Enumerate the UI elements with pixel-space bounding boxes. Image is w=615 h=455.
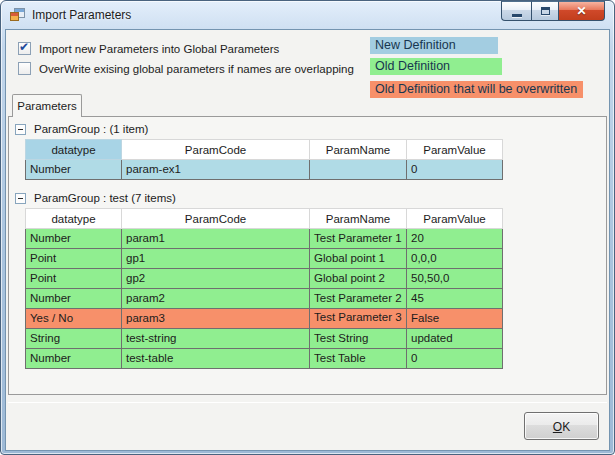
cell-paramname: Global point 2 bbox=[310, 269, 407, 289]
table-row[interactable]: Number param-ex1 0 bbox=[26, 160, 503, 180]
cell-paramvalue: 45 bbox=[407, 289, 503, 309]
collapse-icon[interactable] bbox=[15, 193, 26, 204]
checkbox-icon bbox=[18, 42, 31, 55]
cell-datatype: String bbox=[26, 329, 122, 349]
window-title: Import Parameters bbox=[32, 8, 131, 22]
collapse-icon[interactable] bbox=[15, 124, 26, 135]
cell-paramname: Test String bbox=[310, 329, 407, 349]
column-header-paramname[interactable]: ParamName bbox=[310, 209, 407, 229]
header-row: datatype ParamCode ParamName ParamValue bbox=[26, 140, 503, 160]
app-icon bbox=[10, 8, 25, 22]
group-title: ParamGroup : test (7 items) bbox=[34, 192, 176, 204]
parameters-tab-panel: ParamGroup : (1 item) datatype ParamCode… bbox=[8, 116, 607, 395]
dialog-client-area: Import new Parameters into Global Parame… bbox=[5, 29, 610, 451]
minimize-icon bbox=[512, 14, 522, 17]
ok-button[interactable]: OK bbox=[524, 412, 599, 440]
param-group-header-2: ParamGroup : test (7 items) bbox=[9, 189, 606, 207]
cell-paramcode: gp1 bbox=[122, 249, 310, 269]
group-title: ParamGroup : (1 item) bbox=[34, 123, 148, 135]
cell-paramname: Global point 1 bbox=[310, 249, 407, 269]
footer-divider bbox=[8, 402, 607, 403]
cell-paramcode: test-table bbox=[122, 349, 310, 369]
column-header-datatype[interactable]: datatype bbox=[26, 209, 122, 229]
cell-datatype: Number bbox=[26, 289, 122, 309]
window-controls: ✕ bbox=[501, 1, 605, 21]
cell-paramname: Test Parameter 2 bbox=[310, 289, 407, 309]
checkbox-label: Import new Parameters into Global Parame… bbox=[39, 43, 279, 55]
table-row[interactable]: Point gp1 Global point 1 0,0,0 bbox=[26, 249, 503, 269]
param-group-header-1: ParamGroup : (1 item) bbox=[9, 120, 606, 138]
cell-paramcode: gp2 bbox=[122, 269, 310, 289]
cell-paramname bbox=[310, 160, 407, 180]
checkbox-import-new-parameters[interactable]: Import new Parameters into Global Parame… bbox=[18, 42, 279, 55]
cell-paramname: Test Parameter 3 bbox=[310, 309, 407, 329]
checkbox-label: OverWrite exising global parameters if n… bbox=[39, 63, 354, 75]
cell-datatype: Number bbox=[26, 349, 122, 369]
table-row[interactable]: Number param1 Test Parameter 1 20 bbox=[26, 229, 503, 249]
close-icon: ✕ bbox=[576, 5, 586, 17]
cell-paramcode: param2 bbox=[122, 289, 310, 309]
checkbox-overwrite-existing[interactable]: OverWrite exising global parameters if n… bbox=[18, 62, 354, 75]
column-header-paramvalue[interactable]: ParamValue bbox=[407, 209, 503, 229]
table-row[interactable]: Yes / No param3 Test Parameter 3 False bbox=[26, 309, 503, 329]
maximize-button[interactable] bbox=[531, 1, 559, 21]
table-row[interactable]: String test-string Test String updated bbox=[26, 329, 503, 349]
cell-paramcode: param1 bbox=[122, 229, 310, 249]
tab-parameters[interactable]: Parameters bbox=[12, 94, 82, 117]
cell-paramvalue: 0 bbox=[407, 349, 503, 369]
cell-paramname: Test Table bbox=[310, 349, 407, 369]
cell-paramname: Test Parameter 1 bbox=[310, 229, 407, 249]
table-row[interactable]: Point gp2 Global point 2 50,50,0 bbox=[26, 269, 503, 289]
cell-datatype: Point bbox=[26, 269, 122, 289]
param-table-group-1: datatype ParamCode ParamName ParamValue … bbox=[25, 139, 503, 180]
param-table-group-2: datatype ParamCode ParamName ParamValue … bbox=[25, 208, 503, 369]
header-row: datatype ParamCode ParamName ParamValue bbox=[26, 209, 503, 229]
legend-item-new-definition: New Definition bbox=[370, 37, 498, 54]
import-parameters-window: Import Parameters ✕ Import new Parameter… bbox=[0, 0, 615, 455]
table-row[interactable]: Number test-table Test Table 0 bbox=[26, 349, 503, 369]
cell-paramcode: param3 bbox=[122, 309, 310, 329]
table-row[interactable]: Number param2 Test Parameter 2 45 bbox=[26, 289, 503, 309]
ok-button-label: OK bbox=[531, 414, 592, 440]
cell-datatype: Number bbox=[26, 160, 122, 180]
checkbox-icon bbox=[18, 62, 31, 75]
color-legend: New Definition Old Definition Old Defini… bbox=[370, 37, 583, 102]
cell-paramvalue: False bbox=[407, 309, 503, 329]
cell-datatype: Number bbox=[26, 229, 122, 249]
column-header-paramvalue[interactable]: ParamValue bbox=[407, 140, 503, 160]
column-header-paramname[interactable]: ParamName bbox=[310, 140, 407, 160]
cell-paramvalue: 0,0,0 bbox=[407, 249, 503, 269]
column-header-paramcode[interactable]: ParamCode bbox=[122, 209, 310, 229]
cell-paramvalue: 20 bbox=[407, 229, 503, 249]
cell-datatype: Point bbox=[26, 249, 122, 269]
cell-datatype: Yes / No bbox=[26, 309, 122, 329]
cell-paramvalue: 0 bbox=[407, 160, 503, 180]
cell-paramvalue: updated bbox=[407, 329, 503, 349]
legend-item-overwritten-definition: Old Definition that will be overwritten bbox=[370, 81, 583, 98]
legend-item-old-definition: Old Definition bbox=[370, 58, 502, 75]
column-header-paramcode[interactable]: ParamCode bbox=[122, 140, 310, 160]
cell-paramcode: test-string bbox=[122, 329, 310, 349]
maximize-icon bbox=[541, 7, 550, 15]
cell-paramcode: param-ex1 bbox=[122, 160, 310, 180]
column-header-datatype[interactable]: datatype bbox=[26, 140, 122, 160]
cell-paramvalue: 50,50,0 bbox=[407, 269, 503, 289]
minimize-button[interactable] bbox=[501, 1, 531, 21]
close-button[interactable]: ✕ bbox=[559, 1, 605, 21]
